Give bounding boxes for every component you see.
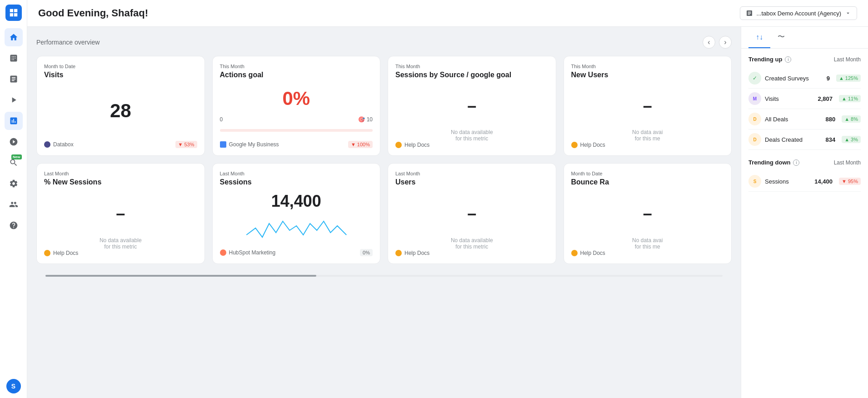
- nav-prev-button[interactable]: ‹: [703, 36, 715, 49]
- card-value: –: [395, 85, 549, 127]
- sidebar-item-play[interactable]: [5, 91, 23, 109]
- sidebar-item-search[interactable]: New: [5, 154, 23, 172]
- trending-icon-visits: M: [748, 92, 761, 105]
- card-sessions: Last Month Sessions 14,400 HubSpot Marke…: [212, 163, 381, 264]
- card-title: Visits: [44, 71, 197, 79]
- card-source: Google My Business: [220, 141, 279, 148]
- card-title: Bounce Ra: [571, 178, 724, 186]
- sidebar-item-numbers[interactable]: [5, 49, 23, 67]
- trending-tabs: ↑↓ 〜: [741, 27, 868, 49]
- progress-current: 0: [220, 116, 223, 123]
- card-title: New Users: [571, 71, 724, 79]
- card-value: –: [395, 192, 549, 235]
- card-value: –: [571, 192, 724, 235]
- no-data-text: No data avaifor this me: [571, 237, 724, 250]
- card-period: This Month: [220, 64, 373, 69]
- card-period: Last Month: [395, 171, 549, 176]
- badge-down: ▼ 53%: [175, 141, 197, 148]
- nav-next-button[interactable]: ›: [719, 36, 732, 49]
- badge-down: ▼ 100%: [348, 141, 373, 148]
- card-value: 0%: [220, 85, 373, 113]
- user-avatar[interactable]: S: [6, 379, 21, 393]
- trending-item-visits: M Visits 2,807 ▲ 11%: [748, 89, 861, 109]
- info-icon-down[interactable]: i: [793, 159, 799, 166]
- source-label: Help Docs: [404, 250, 429, 256]
- card-title: Users: [395, 178, 549, 186]
- card-title: Sessions by Source / google goal: [395, 71, 549, 79]
- trending-up-header: Trending up i Last Month: [748, 56, 861, 63]
- sidebar-item-analytics[interactable]: [5, 112, 23, 130]
- source-icon-helpdocs: [571, 250, 578, 256]
- card-value: 28: [44, 85, 197, 137]
- card-value: –: [571, 85, 724, 127]
- trending-value-deals-created: 834: [825, 136, 835, 143]
- sidebar-item-settings[interactable]: [5, 174, 23, 193]
- page-title: Good Evening, Shafaq!: [38, 7, 148, 19]
- trending-icon-all-deals: D: [748, 113, 761, 125]
- badge-up-visits: ▲ 11%: [839, 95, 861, 102]
- sidebar-item-support[interactable]: [5, 216, 23, 234]
- nav-arrows: ‹ ›: [703, 36, 732, 49]
- trending-down-header: Trending down i Last Month: [748, 159, 861, 166]
- card-value: –: [44, 192, 197, 235]
- trending-content: Trending up i Last Month ✓ Created Surve…: [741, 49, 868, 199]
- sidebar-item-home[interactable]: [5, 28, 23, 46]
- badge-down-sessions: ▼ 95%: [839, 178, 861, 185]
- trending-label-sessions: Sessions: [765, 178, 811, 185]
- tab-activity[interactable]: 〜: [770, 27, 792, 48]
- source-icon-helpdocs: [395, 142, 402, 148]
- card-footer: Help Docs: [571, 250, 724, 256]
- trending-up-period: Last Month: [834, 56, 861, 63]
- source-label: Help Docs: [404, 142, 429, 148]
- card-source: Databox: [44, 141, 74, 148]
- trending-item-deals-created: D Deals Created 834 ▲ 3%: [748, 129, 861, 150]
- account-selector[interactable]: ...tabox Demo Account (Agency): [740, 6, 857, 20]
- source-icon-helpdocs: [571, 142, 578, 148]
- tab-trending[interactable]: ↑↓: [748, 27, 770, 48]
- card-footer: Help Docs: [395, 142, 549, 148]
- scrollbar-thumb: [45, 275, 316, 277]
- trending-panel: ↑↓ 〜 Trending up i Last Month ✓: [741, 27, 868, 398]
- trending-item-surveys: ✓ Created Surveys 9 ▲ 125%: [748, 68, 861, 89]
- app-logo[interactable]: [5, 5, 22, 21]
- sidebar-item-reports[interactable]: [5, 70, 23, 88]
- card-period: Last Month: [220, 171, 373, 176]
- trending-item-all-deals: D All Deals 880 ▲ 8%: [748, 109, 861, 129]
- trending-label-visits: Visits: [765, 95, 814, 102]
- trending-item-sessions: S Sessions 14,400 ▼ 95%: [748, 171, 861, 192]
- card-new-users: This Month New Users – No data avaifor t…: [564, 56, 732, 156]
- source-icon-hubspot: [220, 249, 226, 256]
- source-label: Help Docs: [580, 142, 605, 148]
- card-actions-goal: This Month Actions goal 0% 0 🎯 10 Google…: [212, 56, 381, 156]
- scrollbar-track: [45, 275, 723, 277]
- trending-value-surveys: 9: [827, 75, 830, 82]
- card-period: Month to Date: [44, 64, 197, 69]
- source-label: Help Docs: [53, 250, 78, 256]
- trending-down-title: Trending down i: [748, 159, 799, 166]
- source-label: Google My Business: [229, 141, 279, 148]
- section-title: Performance overview: [36, 39, 100, 46]
- info-icon[interactable]: i: [785, 56, 791, 63]
- dashboard-area: Performance overview ‹ › Month to Date V…: [27, 27, 868, 398]
- card-bounce-rate: Month to Date Bounce Ra – No data avaifo…: [564, 163, 732, 264]
- sidebar-item-users[interactable]: [5, 195, 23, 214]
- no-data-text: No data availablefor this metric: [395, 129, 549, 142]
- card-footer: Help Docs: [44, 250, 197, 256]
- source-icon-helpdocs: [44, 250, 50, 256]
- cards-row-2: Last Month % New Sessions – No data avai…: [36, 163, 732, 264]
- trending-label-surveys: Created Surveys: [765, 75, 823, 82]
- trending-icon-surveys: ✓: [748, 72, 761, 85]
- trending-down-period: Last Month: [834, 159, 861, 166]
- badge-up-deals-created: ▲ 3%: [842, 136, 861, 143]
- badge-up-surveys: ▲ 125%: [836, 75, 861, 82]
- card-title: % New Sessions: [44, 178, 197, 186]
- trending-value-visits: 2,807: [818, 95, 833, 102]
- horizontal-scrollbar[interactable]: [36, 271, 732, 280]
- progress-bar: [220, 129, 373, 132]
- card-title: Actions goal: [220, 71, 373, 79]
- trending-up-down-icon: ↑↓: [756, 33, 763, 41]
- sidebar-item-goals[interactable]: [5, 133, 23, 151]
- header: Good Evening, Shafaq! ...tabox Demo Acco…: [27, 0, 868, 27]
- card-footer: Google My Business ▼ 100%: [220, 141, 373, 148]
- activity-icon: 〜: [778, 32, 785, 42]
